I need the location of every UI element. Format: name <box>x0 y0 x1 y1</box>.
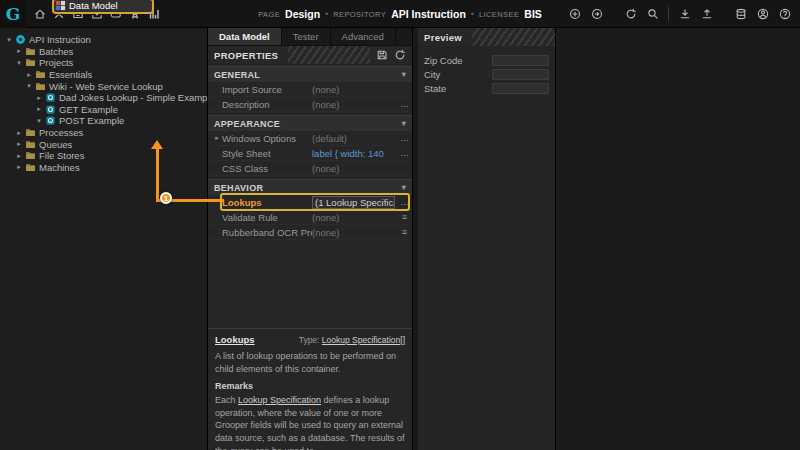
ellipsis-button[interactable]: … <box>397 99 412 109</box>
upload-icon[interactable] <box>697 3 716 25</box>
node-tree: ▾API Instruction▸Batches▾Projects▸Essent… <box>0 28 208 450</box>
award-icon[interactable] <box>125 3 144 25</box>
save-icon[interactable] <box>374 47 390 63</box>
property-value[interactable]: (1 Lookup Specificatio <box>312 196 395 209</box>
tree-item-dad-jokes-lookup-simple-example[interactable]: ▸Dad Jokes Lookup - Simple Example <box>0 92 207 104</box>
chevron-down-icon: ▾ <box>402 70 406 79</box>
home-icon[interactable] <box>30 3 49 25</box>
section-header-general[interactable]: GENERAL▾ <box>208 66 412 82</box>
page-value[interactable]: Design <box>285 8 320 20</box>
remarks-text: Each <box>215 395 236 405</box>
expand-arrow-icon[interactable]: ▸ <box>14 129 24 137</box>
section-general: GENERAL▾Import Source(none)Description(n… <box>208 66 412 112</box>
tree-item-wiki-web-service-lookup[interactable]: ▾Wiki - Web Service Lookup <box>0 80 207 92</box>
tree-item-label: File Stores <box>39 150 84 161</box>
repository-value[interactable]: API Instruction <box>391 8 466 20</box>
property-value[interactable]: (none) <box>312 227 397 238</box>
tab-data-model[interactable]: Data Model <box>208 28 282 45</box>
tree-item-post-example[interactable]: ▾POST Example <box>0 115 207 127</box>
search-icon[interactable] <box>643 3 662 25</box>
tree-item-file-stores[interactable]: ▸File Stores <box>0 150 207 162</box>
licensee-value[interactable]: BIS <box>524 8 542 20</box>
property-value[interactable]: (none) <box>312 99 397 110</box>
chart-icon[interactable] <box>144 3 163 25</box>
ellipsis-button[interactable]: … <box>397 133 412 143</box>
empty-workspace <box>556 28 800 450</box>
expand-arrow-icon[interactable]: ▸ <box>208 134 222 142</box>
tree-item-api-instruction[interactable]: ▾API Instruction <box>0 34 207 46</box>
database-icon[interactable] <box>731 3 750 25</box>
menu-button[interactable]: ≡ <box>397 227 412 237</box>
property-row-description: Description(none)… <box>208 97 412 112</box>
download-icon[interactable] <box>675 3 694 25</box>
repository-label: REPOSITORY <box>333 10 386 19</box>
help-pane: Lookups Type: Lookup Specification[] A l… <box>208 328 412 450</box>
sync-icon[interactable] <box>392 47 408 63</box>
tree-item-processes[interactable]: ▸Processes <box>0 127 207 139</box>
section-header-behavior[interactable]: BEHAVIOR▾ <box>208 179 412 195</box>
grooper-app: G PAGE Design • REPOSITORY API Instructi… <box>0 0 800 450</box>
expand-arrow-icon[interactable]: ▸ <box>14 152 24 160</box>
properties-header: PROPERTIES <box>208 46 288 64</box>
add-circle-icon[interactable] <box>565 3 584 25</box>
expand-arrow-icon[interactable]: ▸ <box>34 105 44 113</box>
tab-tester[interactable]: Tester <box>282 28 331 45</box>
separator-dot: • <box>325 9 328 19</box>
city-input[interactable] <box>492 69 549 80</box>
tree-item-batches[interactable]: ▸Batches <box>0 46 207 58</box>
expand-arrow-icon[interactable]: ▸ <box>14 140 24 148</box>
tree-item-essentials[interactable]: ▸Essentials <box>0 69 207 81</box>
help-type-link[interactable]: Lookup Specification[] <box>322 335 405 345</box>
collapse-arrow-icon[interactable]: ▾ <box>14 59 24 67</box>
property-value[interactable]: (none) <box>312 212 397 223</box>
menu-button[interactable]: ≡ <box>397 212 412 222</box>
tree-item-projects[interactable]: ▾Projects <box>0 57 207 69</box>
collapse-arrow-icon[interactable]: ▾ <box>34 117 44 125</box>
import-icon[interactable] <box>87 3 106 25</box>
tree-item-label: Dad Jokes Lookup - Simple Example <box>59 92 208 103</box>
tab-bar: Data ModelTesterAdvanced <box>208 28 412 46</box>
property-value[interactable]: (none) <box>312 84 397 95</box>
forward-circle-icon[interactable] <box>587 3 606 25</box>
tree-item-machines[interactable]: ▸Machines <box>0 162 207 174</box>
refresh-icon[interactable] <box>621 3 640 25</box>
zip-code-input[interactable] <box>492 55 549 66</box>
property-label: Style Sheet <box>222 148 271 159</box>
expand-arrow-icon[interactable]: ▸ <box>14 47 24 55</box>
property-value[interactable]: (default) <box>312 133 397 144</box>
tree-item-label: Batches <box>39 46 73 57</box>
section-header-appearance[interactable]: APPEARANCE▾ <box>208 115 412 131</box>
tree-item-get-example[interactable]: ▸GET Example <box>0 104 207 116</box>
tree-item-queues[interactable]: ▸Queues <box>0 138 207 150</box>
preview-field-state: State <box>424 82 549 95</box>
ellipsis-button[interactable]: … <box>397 197 412 207</box>
expand-arrow-icon[interactable]: ▸ <box>34 94 44 102</box>
root-icon <box>14 34 26 45</box>
collapse-arrow-icon[interactable]: ▾ <box>4 36 14 44</box>
ellipsis-button[interactable]: … <box>397 148 412 158</box>
chevron-down-icon: ▾ <box>402 119 406 128</box>
property-value[interactable]: (none) <box>312 163 397 174</box>
lookup-specification-link[interactable]: Lookup Specification <box>238 395 321 405</box>
divider <box>668 7 669 21</box>
properties-header-bar: PROPERTIES <box>208 46 412 64</box>
collapse-arrow-icon[interactable]: ▾ <box>24 82 34 90</box>
expand-arrow-icon[interactable]: ▸ <box>14 163 24 171</box>
archive-icon[interactable] <box>68 3 87 25</box>
page-label: PAGE <box>258 10 280 19</box>
section-appearance: APPEARANCE▾▸Windows Options(default)…Sty… <box>208 115 412 176</box>
grooper-logo[interactable]: G <box>0 0 26 28</box>
help-type: Type: Lookup Specification[] <box>299 335 405 345</box>
property-grid: GENERAL▾Import Source(none)Description(n… <box>208 64 412 243</box>
tab-advanced[interactable]: Advanced <box>331 28 396 45</box>
help-icon[interactable] <box>775 3 794 25</box>
property-value[interactable]: label { width: 140 <box>312 148 397 159</box>
cloud-icon[interactable] <box>106 3 125 25</box>
expand-arrow-icon[interactable]: ▸ <box>24 71 34 79</box>
field-label: State <box>424 83 492 94</box>
topbar: G PAGE Design • REPOSITORY API Instructi… <box>0 0 800 28</box>
connection-icon <box>44 115 56 126</box>
state-input[interactable] <box>492 83 549 94</box>
user-icon[interactable] <box>753 3 772 25</box>
tools-icon[interactable] <box>49 3 68 25</box>
